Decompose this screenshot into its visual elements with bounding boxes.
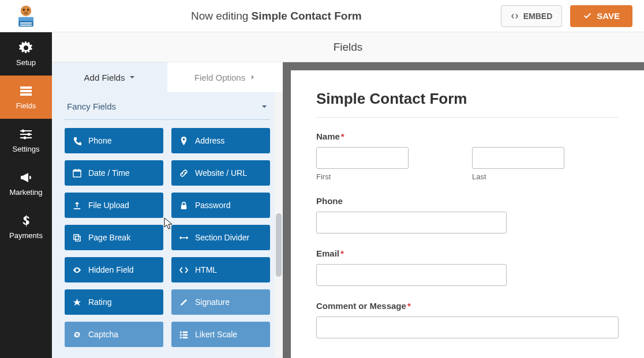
sidebar-item-setup[interactable]: Setup xyxy=(0,32,52,76)
calendar-icon xyxy=(73,169,81,178)
field-tabs: Add Fields Field Options xyxy=(52,62,283,92)
field-grid: PhoneAddressDate / TimeWebsite / URLFile… xyxy=(52,128,283,347)
field-button-label: Rating xyxy=(88,297,111,307)
email-input[interactable] xyxy=(316,264,507,286)
field-button-label: Likert Scale xyxy=(195,330,237,339)
code-icon xyxy=(179,266,188,274)
sidebar-payments-label: Payments xyxy=(9,231,43,240)
megaphone-icon xyxy=(19,171,33,184)
name-label: Name* xyxy=(316,131,619,141)
sidebar-item-payments[interactable]: Payments xyxy=(0,205,52,248)
field-name[interactable]: Name* First Last xyxy=(316,131,619,181)
form-card: Simple Contact Form Name* First Last xyxy=(291,70,644,358)
code-icon xyxy=(511,12,519,20)
scrollbar-thumb[interactable] xyxy=(276,213,282,277)
field-button-hidden-field[interactable]: Hidden Field xyxy=(65,257,163,282)
svg-rect-21 xyxy=(181,205,186,209)
save-button[interactable]: SAVE xyxy=(570,5,632,27)
field-button-phone[interactable]: Phone xyxy=(65,128,163,153)
sidebar-item-marketing[interactable]: Marketing xyxy=(0,162,52,205)
svg-rect-10 xyxy=(20,93,32,96)
phone-icon xyxy=(73,137,81,145)
tab-field-options[interactable]: Field Options xyxy=(167,62,283,92)
divider xyxy=(65,119,270,120)
svg-rect-24 xyxy=(180,331,182,333)
divider xyxy=(316,117,619,118)
field-comment[interactable]: Comment or Message* xyxy=(316,301,619,338)
lock-icon xyxy=(179,201,188,210)
field-email[interactable]: Email* xyxy=(316,248,619,286)
field-button-date-time[interactable]: Date / Time xyxy=(65,160,163,186)
svg-point-1 xyxy=(23,9,25,11)
svg-point-16 xyxy=(24,137,27,140)
embed-button[interactable]: EMBED xyxy=(501,5,563,27)
form-name-title: Simple Contact Form xyxy=(252,10,362,22)
sidebar-marketing-label: Marketing xyxy=(9,188,42,197)
comment-input[interactable] xyxy=(316,316,619,338)
svg-rect-9 xyxy=(20,90,32,92)
sidebar-item-settings[interactable]: Settings xyxy=(0,119,52,162)
last-sublabel: Last xyxy=(472,172,619,181)
comment-label-text: Comment or Message xyxy=(316,301,406,311)
phone-input[interactable] xyxy=(316,212,507,233)
field-button-label: Phone xyxy=(88,136,111,145)
field-button-html[interactable]: HTML xyxy=(171,257,270,282)
field-button-file-upload[interactable]: File Upload xyxy=(65,193,163,218)
gear-icon xyxy=(19,41,33,55)
name-label-text: Name xyxy=(316,131,340,141)
sidebar-setup-label: Setup xyxy=(16,58,36,67)
top-bar: Now editing Simple Contact Form EMBED SA… xyxy=(0,0,644,32)
form-icon xyxy=(19,84,33,98)
field-button-captcha[interactable]: Captcha xyxy=(65,322,163,347)
svg-point-15 xyxy=(28,133,31,136)
fields-panel: Add Fields Field Options Fancy Fields Ph… xyxy=(52,62,283,358)
field-button-website-url[interactable]: Website / URL xyxy=(171,160,270,186)
sidebar-fields-label: Fields xyxy=(16,101,36,110)
email-label-text: Email xyxy=(316,248,339,258)
field-button-label: Page Break xyxy=(88,233,130,242)
svg-rect-27 xyxy=(183,334,188,336)
field-button-page-break[interactable]: Page Break xyxy=(65,225,163,250)
field-button-label: File Upload xyxy=(88,201,129,210)
scrollbar-track[interactable] xyxy=(275,92,283,357)
required-asterisk: * xyxy=(340,248,344,258)
group-fancy-fields[interactable]: Fancy Fields xyxy=(52,92,283,117)
upload-icon xyxy=(73,201,81,210)
first-name-input[interactable] xyxy=(316,147,409,169)
link-icon xyxy=(179,169,188,178)
form-title: Simple Contact Form xyxy=(316,90,619,108)
field-button-label: Signature xyxy=(195,297,230,307)
field-button-label: HTML xyxy=(195,265,217,274)
name-row: First Last xyxy=(316,147,619,181)
embed-label: EMBED xyxy=(523,12,553,21)
field-button-label: Website / URL xyxy=(195,168,247,178)
svg-point-0 xyxy=(21,5,31,16)
sidebar-item-fields[interactable]: Fields xyxy=(0,76,52,119)
chevron-down-icon xyxy=(129,74,135,80)
pin-icon xyxy=(179,137,188,145)
pencil-icon xyxy=(179,298,188,307)
tab-add-fields[interactable]: Add Fields xyxy=(52,62,167,92)
field-button-rating[interactable]: Rating xyxy=(65,289,163,315)
svg-rect-8 xyxy=(20,86,32,89)
field-button-section-divider[interactable]: Section Divider xyxy=(171,225,270,250)
field-phone[interactable]: Phone xyxy=(316,196,619,233)
group-label: Fancy Fields xyxy=(67,101,116,111)
last-name-input[interactable] xyxy=(472,147,564,169)
field-button-password[interactable]: Password xyxy=(171,193,270,218)
chevron-down-icon xyxy=(261,103,268,110)
svg-rect-25 xyxy=(183,331,188,333)
svg-rect-20 xyxy=(78,169,79,171)
field-button-address[interactable]: Address xyxy=(171,128,270,153)
required-asterisk: * xyxy=(407,301,411,311)
form-preview: Simple Contact Form Name* First Last xyxy=(283,62,644,358)
eye-icon xyxy=(73,266,81,274)
sidebar-settings-label: Settings xyxy=(13,145,40,153)
svg-rect-6 xyxy=(20,22,32,24)
svg-rect-23 xyxy=(76,236,80,240)
now-editing-label: Now editing xyxy=(191,10,248,22)
refresh-icon xyxy=(73,330,81,339)
field-button-signature[interactable]: Signature xyxy=(171,289,270,315)
field-button-likert-scale[interactable]: Likert Scale xyxy=(171,322,270,347)
logo xyxy=(0,3,52,29)
